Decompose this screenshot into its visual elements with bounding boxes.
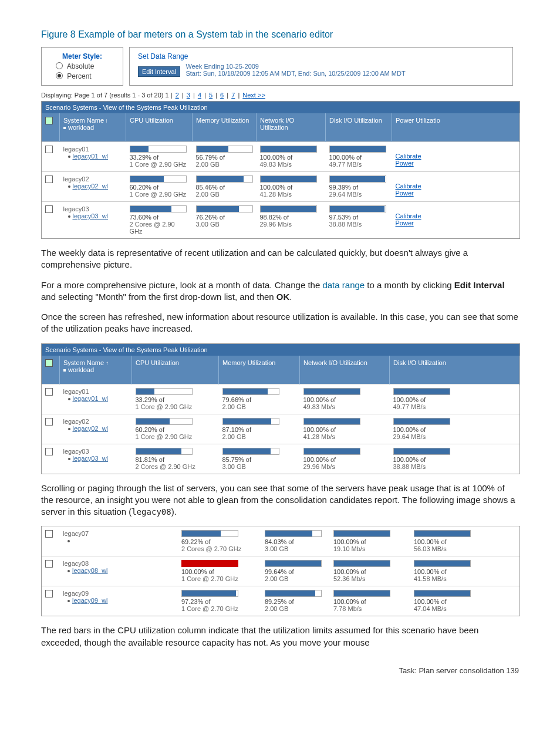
col-net[interactable]: Network I/O Utilization xyxy=(257,113,326,142)
util-percent: 100.00% of xyxy=(303,426,386,433)
workload-link[interactable]: legacy09_wl xyxy=(72,597,108,604)
row-checkbox[interactable] xyxy=(45,590,53,598)
workload-link[interactable]: legacy08_wl xyxy=(72,567,108,574)
util-bar xyxy=(333,530,390,537)
util-bar xyxy=(265,560,322,567)
util-sub: 19.10 Mb/s xyxy=(333,545,407,552)
workload-link[interactable]: legacy03_wl xyxy=(73,455,109,462)
util-sub: 49.83 Mb/s xyxy=(260,161,322,168)
util-bar xyxy=(303,448,360,455)
util-percent: 98.82% of xyxy=(260,214,322,221)
col-cpu[interactable]: CPU Utilization xyxy=(126,113,193,142)
paragraph-1: The weekly data is representative of rec… xyxy=(41,247,519,271)
col-net[interactable]: Network I/O Utilization xyxy=(300,356,390,384)
util-bar xyxy=(303,388,360,395)
util-bar xyxy=(196,205,253,212)
col-mem[interactable]: Memory Utilization xyxy=(193,113,257,142)
pagination-text: Displaying: Page 1 of 7 (results 1 - 3 o… xyxy=(41,92,173,99)
workload-link[interactable]: legacy03_wl xyxy=(73,212,109,220)
util-bar xyxy=(414,590,471,597)
util-percent: 97.23% of xyxy=(181,598,258,605)
util-bar xyxy=(329,175,386,183)
pagination-page-3[interactable]: 3 xyxy=(187,92,190,99)
util-percent: 56.79% of xyxy=(196,154,253,161)
workload-link[interactable]: legacy01_wl xyxy=(73,153,109,160)
util-sub: 29.96 Mb/s xyxy=(303,463,386,470)
util-sub: 2.00 GB xyxy=(265,605,326,612)
util-bar xyxy=(265,530,322,537)
pagination-page-6[interactable]: 6 xyxy=(220,92,224,99)
paragraph-4: Scrolling or paging through the list of … xyxy=(41,482,519,518)
util-sub: 2.00 GB xyxy=(196,161,253,168)
util-percent: 100.00% of xyxy=(414,538,516,545)
util-percent: 100.00% of xyxy=(303,456,386,463)
util-percent: 99.64% of xyxy=(265,568,326,575)
util-bar xyxy=(329,205,386,212)
system-name: legacy02 xyxy=(63,418,129,425)
data-range-link[interactable]: data range xyxy=(322,280,365,290)
row-checkbox[interactable] xyxy=(45,175,53,183)
calibrate-power-link[interactable]: CalibratePower xyxy=(396,183,421,197)
radio-absolute-label: Absolute xyxy=(67,62,95,70)
col-power[interactable]: Power Utilizatio xyxy=(392,113,519,142)
meter-style-panel: Meter Style: Absolute Percent xyxy=(41,47,123,86)
util-bar xyxy=(303,418,360,425)
util-bar xyxy=(260,205,317,212)
col-disk[interactable]: Disk I/O Utilization xyxy=(390,356,519,384)
util-bar xyxy=(136,448,193,455)
col-system-name[interactable]: System Name xyxy=(63,359,104,366)
util-bar xyxy=(414,560,471,567)
row-checkbox[interactable] xyxy=(45,530,53,538)
pagination-page-4[interactable]: 4 xyxy=(198,92,201,99)
row-checkbox[interactable] xyxy=(45,205,53,213)
col-cpu[interactable]: CPU Utilization xyxy=(132,356,219,384)
system-name: legacy03 xyxy=(63,205,123,212)
table-row: legacy01legacy01_wl33.29% of1 Core @ 2.9… xyxy=(42,142,519,172)
table-row: legacy01legacy01_wl33.29% of1 Core @ 2.9… xyxy=(42,384,519,414)
data-range-line2: Start: Sun, 10/18/2009 12:05 AM MDT, End… xyxy=(185,70,405,77)
col-disk[interactable]: Disk I/O Utilization xyxy=(326,113,392,142)
header-checkbox[interactable] xyxy=(45,117,53,124)
pagination-next[interactable]: Next >> xyxy=(242,92,265,99)
util-sub: 41.58 MB/s xyxy=(414,575,516,582)
pagination: Displaying: Page 1 of 7 (results 1 - 3 o… xyxy=(41,92,519,99)
util-sub: 41.28 Mb/s xyxy=(260,191,322,198)
row-checkbox[interactable] xyxy=(45,448,53,455)
table-row: legacy0769.22% of2 Cores @ 2.70 GHz84.03… xyxy=(42,526,519,556)
row-checkbox[interactable] xyxy=(45,146,53,153)
data-range-line1: Week Ending 10-25-2009 xyxy=(185,63,259,70)
workload-link[interactable]: legacy01_wl xyxy=(73,395,109,402)
util-bar xyxy=(265,590,322,597)
edit-interval-button[interactable]: Edit Interval xyxy=(138,66,180,77)
util-percent: 100.00% of xyxy=(414,598,516,605)
calibrate-power-link[interactable]: CalibratePower xyxy=(396,212,421,227)
data-range-panel: Set Data Range Edit Interval Week Ending… xyxy=(129,47,513,86)
util-sub: 29.64 MB/s xyxy=(393,433,516,440)
workload-link[interactable]: legacy02_wl xyxy=(73,183,109,190)
row-checkbox[interactable] xyxy=(45,418,53,426)
header-checkbox[interactable] xyxy=(45,359,53,367)
util-sub: 49.77 MB/s xyxy=(329,161,389,168)
table-row: legacy02legacy02_wl60.20% of1 Core @ 2.9… xyxy=(42,172,519,202)
util-percent: 33.29% of xyxy=(136,396,215,403)
system-name: legacy01 xyxy=(63,146,123,153)
pagination-page-2[interactable]: 2 xyxy=(176,92,179,99)
pagination-page-5[interactable]: 5 xyxy=(209,92,212,99)
util-bar xyxy=(196,175,253,183)
util-sub: 2 Cores @ 2.70 GHz xyxy=(181,545,258,552)
system-name: legacy08 xyxy=(63,560,174,567)
col-system-name[interactable]: System Name xyxy=(63,117,108,124)
row-checkbox[interactable] xyxy=(45,388,53,396)
workload-link[interactable]: legacy02_wl xyxy=(73,425,109,432)
util-sub: 41.28 Mb/s xyxy=(303,433,386,440)
util-bar xyxy=(393,418,450,425)
col-mem[interactable]: Memory Utilization xyxy=(219,356,300,384)
util-percent: 100.00% of xyxy=(303,396,386,403)
radio-absolute[interactable] xyxy=(56,62,63,69)
pagination-page-7[interactable]: 7 xyxy=(231,92,235,99)
row-checkbox[interactable] xyxy=(45,560,53,568)
radio-percent[interactable] xyxy=(56,72,63,79)
calibrate-power-link[interactable]: CalibratePower xyxy=(396,153,421,167)
util-percent: 100.00% of xyxy=(414,568,516,575)
util-sub: 49.83 Mb/s xyxy=(303,403,386,410)
